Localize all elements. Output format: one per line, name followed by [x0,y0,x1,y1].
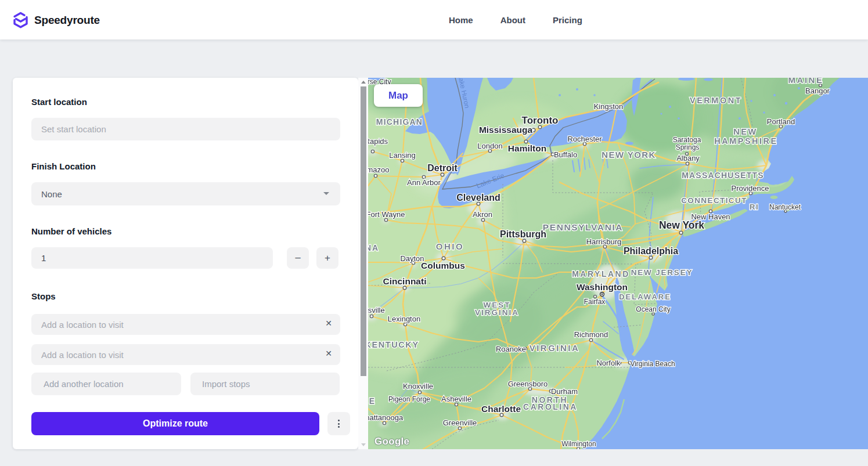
svg-text:RI: RI [750,203,759,211]
svg-text:Knoxville: Knoxville [403,382,433,391]
svg-text:Pittsburgh: Pittsburgh [500,229,546,239]
svg-text:Kalamazoo: Kalamazoo [368,165,390,174]
svg-text:Asheville: Asheville [441,395,471,403]
svg-text:Ann Arbor: Ann Arbor [407,178,441,187]
svg-text:Detroit: Detroit [427,163,458,173]
svg-text:VERMONT: VERMONT [690,96,742,105]
svg-text:Lexington: Lexington [388,315,420,323]
svg-text:VIRGINIA: VIRGINIA [475,308,519,317]
svg-text:Roanoke: Roanoke [496,345,526,353]
svg-text:Durham: Durham [551,387,578,396]
svg-text:VIRGINIA: VIRGINIA [530,343,580,353]
svg-text:Charlotte: Charlotte [481,404,521,414]
svg-text:Kingston: Kingston [594,102,624,111]
svg-text:Cincinnati: Cincinnati [383,276,427,286]
svg-text:Springs: Springs [676,143,700,151]
svg-text:Nantucket: Nantucket [769,203,801,211]
svg-text:Lansing: Lansing [389,151,416,160]
svg-text:NEW YORK: NEW YORK [602,150,655,160]
svg-text:Grand Rapids: Grand Rapids [368,137,388,146]
svg-text:PENNSYLVANIA: PENNSYLVANIA [543,222,623,232]
svg-text:DELAWARE: DELAWARE [619,292,671,301]
svg-text:Rochester: Rochester [567,135,602,143]
svg-text:Greensboro: Greensboro [508,380,548,388]
svg-text:OHIO: OHIO [436,241,464,251]
svg-text:TENNESSEE: TENNESSEE [368,396,376,406]
svg-text:Fort Wayne: Fort Wayne [368,210,405,219]
svg-text:Washington: Washington [577,282,628,292]
svg-text:CONNECTICUT: CONNECTICUT [681,196,747,205]
svg-text:Providence: Providence [731,184,769,193]
svg-text:London: London [477,142,502,150]
svg-text:NEW JERSEY: NEW JERSEY [631,268,693,277]
svg-text:Akron: Akron [473,210,492,219]
svg-text:Hamilton: Hamilton [508,143,546,153]
svg-text:HAMPSHIRE: HAMPSHIRE [714,136,778,146]
svg-text:Mississauga: Mississauga [479,125,533,135]
svg-text:Virginia Beach: Virginia Beach [630,360,675,368]
svg-text:MARYLAND: MARYLAND [572,269,630,279]
svg-text:Bangor: Bangor [805,86,830,95]
svg-text:Wilmington: Wilmington [561,440,596,448]
svg-text:New Haven: New Haven [691,212,730,221]
svg-text:MICHIGAN: MICHIGAN [376,117,423,127]
svg-text:Saratoga: Saratoga [673,136,701,144]
svg-text:Louisville: Louisville [368,306,385,315]
svg-text:KENTUCKY: KENTUCKY [368,340,419,349]
svg-text:Portland: Portland [767,117,795,126]
svg-text:Richmond: Richmond [574,330,608,339]
svg-text:Cleveland: Cleveland [456,193,500,203]
svg-text:Buffalo: Buffalo [554,150,577,159]
svg-text:Pigeon Forge: Pigeon Forge [388,395,430,403]
svg-text:MASSACHUSETTS: MASSACHUSETTS [682,171,764,180]
svg-text:INDIANA: INDIANA [368,243,379,252]
svg-text:Chattanooga: Chattanooga [368,413,404,422]
svg-text:Greenville: Greenville [443,418,477,427]
svg-text:New York: New York [659,219,704,231]
svg-text:NEW: NEW [733,127,757,136]
svg-text:Ocean City: Ocean City [636,305,670,313]
svg-text:Fairfax: Fairfax [584,298,606,306]
svg-text:Albany: Albany [676,154,700,162]
svg-text:Norfolk: Norfolk [596,359,621,367]
svg-text:MAINE: MAINE [788,78,824,85]
svg-text:Dayton: Dayton [400,254,424,263]
svg-text:CAROLINA: CAROLINA [523,402,578,411]
svg-text:Harrisburg: Harrisburg [586,237,622,246]
svg-text:Philadelphia: Philadelphia [624,246,678,256]
svg-text:Columbus: Columbus [421,261,465,270]
